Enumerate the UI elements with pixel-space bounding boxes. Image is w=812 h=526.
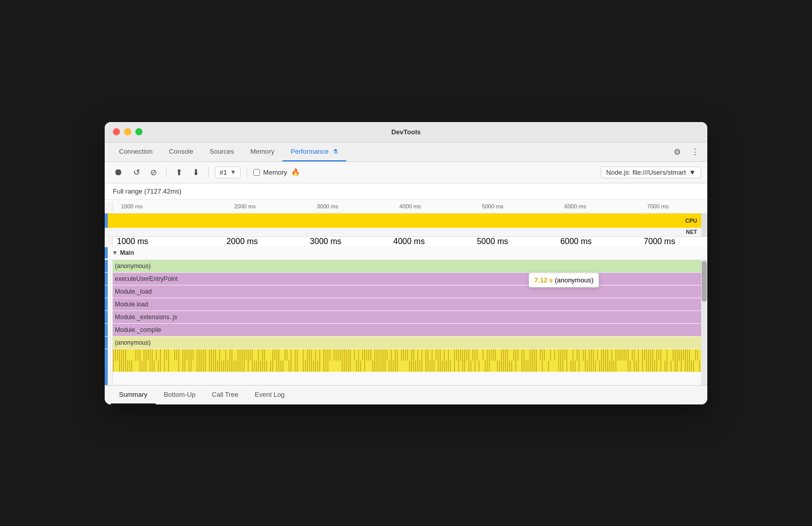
svg-rect-346 <box>536 361 537 372</box>
minimize-button[interactable] <box>124 128 131 135</box>
reload-button[interactable]: ↺ <box>130 165 143 179</box>
svg-rect-19 <box>166 349 167 361</box>
flame-row-module-ext: Module._extensions..js <box>105 311 707 324</box>
net-bar: NET <box>108 228 701 237</box>
svg-rect-97 <box>395 349 396 361</box>
upload-button[interactable]: ⬆ <box>173 165 185 179</box>
svg-rect-131 <box>495 349 496 361</box>
svg-rect-275 <box>319 361 320 372</box>
tooltip-time: 7.12 s <box>534 276 553 284</box>
tab-memory[interactable]: Memory <box>242 142 282 161</box>
svg-rect-368 <box>609 361 610 372</box>
toolbar: ⏺ ↺ ⊘ ⬆ ⬇ #1 ▼ Memory 🔥 Node.js: file://… <box>105 162 707 183</box>
svg-rect-10 <box>139 349 140 361</box>
svg-rect-234 <box>217 361 218 372</box>
cpu-bar: CPU <box>108 213 701 228</box>
row-content: Module._compile <box>113 324 701 336</box>
svg-rect-318 <box>450 361 451 372</box>
svg-rect-90 <box>376 349 377 361</box>
tab-event-log[interactable]: Event Log <box>247 386 293 404</box>
svg-rect-60 <box>291 349 292 361</box>
svg-rect-387 <box>671 361 672 372</box>
svg-rect-185 <box>656 349 657 361</box>
svg-rect-173 <box>624 349 625 361</box>
svg-rect-252 <box>258 361 259 372</box>
settings-button[interactable]: ⚙ <box>672 145 683 159</box>
flame-row-anonymous2: (anonymous) <box>105 337 707 349</box>
tab-bottom-up[interactable]: Bottom-Up <box>156 386 204 404</box>
svg-rect-317 <box>448 361 449 372</box>
svg-rect-23 <box>178 349 179 361</box>
more-button[interactable]: ⋮ <box>689 145 701 159</box>
svg-rect-349 <box>558 361 559 372</box>
svg-rect-208 <box>131 361 132 372</box>
empty-content <box>113 372 701 385</box>
memory-checkbox[interactable] <box>253 169 260 176</box>
scrollbar[interactable] <box>701 260 707 385</box>
tab-sources[interactable]: Sources <box>201 142 242 161</box>
svg-rect-286 <box>360 361 361 372</box>
svg-rect-59 <box>286 349 288 361</box>
svg-rect-180 <box>644 349 645 361</box>
svg-rect-138 <box>517 349 518 361</box>
svg-rect-140 <box>523 349 524 361</box>
close-button[interactable] <box>113 128 120 135</box>
svg-rect-377 <box>642 361 643 372</box>
svg-rect-95 <box>387 349 388 361</box>
svg-rect-348 <box>548 361 549 372</box>
tab-performance[interactable]: Performance ⚗ <box>282 142 346 161</box>
tab-summary[interactable]: Summary <box>111 386 156 404</box>
row-spacer <box>108 298 113 310</box>
row-spacer <box>108 311 113 323</box>
svg-rect-142 <box>532 349 533 361</box>
maximize-button[interactable] <box>135 128 142 135</box>
svg-rect-230 <box>209 361 210 372</box>
svg-rect-174 <box>626 349 627 361</box>
svg-rect-5 <box>121 349 122 361</box>
ruler2-label-4: 4000 ms <box>367 237 450 246</box>
svg-rect-203 <box>121 361 122 372</box>
svg-rect-58 <box>284 349 285 361</box>
svg-rect-44 <box>240 349 241 361</box>
svg-rect-77 <box>342 349 343 361</box>
svg-rect-359 <box>589 361 590 372</box>
memory-checkbox-label[interactable]: Memory <box>253 169 287 176</box>
svg-rect-321 <box>462 361 463 372</box>
svg-rect-291 <box>378 361 379 372</box>
svg-rect-175 <box>628 349 629 361</box>
svg-rect-269 <box>307 361 308 372</box>
svg-rect-319 <box>454 361 455 372</box>
ruler-label-2: 2000 ms <box>204 203 286 209</box>
svg-rect-301 <box>411 361 412 372</box>
ruler2-label-1: 1000 ms <box>117 237 200 246</box>
svg-rect-155 <box>572 349 574 361</box>
svg-rect-54 <box>272 349 273 361</box>
svg-rect-132 <box>501 349 502 361</box>
session-selector[interactable]: #1 ▼ <box>215 166 241 178</box>
svg-rect-392 <box>687 361 688 372</box>
svg-rect-8 <box>135 349 136 361</box>
record-button[interactable]: ⏺ <box>111 165 126 180</box>
scrollbar-thumb[interactable] <box>702 261 707 302</box>
svg-rect-352 <box>566 361 567 372</box>
clear-button[interactable]: ⊘ <box>147 165 160 179</box>
svg-rect-202 <box>119 361 120 372</box>
ruler-label-4: 4000 ms <box>369 203 451 209</box>
tab-connection[interactable]: Connection <box>111 142 161 161</box>
svg-rect-27 <box>188 349 189 361</box>
range-header: Full range (7127.42ms) <box>105 183 707 200</box>
download-button[interactable]: ⬇ <box>189 165 202 179</box>
svg-rect-363 <box>599 361 600 372</box>
svg-rect-393 <box>689 361 690 372</box>
svg-rect-156 <box>577 349 578 361</box>
svg-rect-206 <box>127 361 128 372</box>
svg-rect-69 <box>323 349 324 361</box>
svg-rect-324 <box>470 361 471 372</box>
node-selector[interactable]: Node.js: file:///Users/stmart ▼ <box>601 166 701 178</box>
svg-rect-267 <box>303 361 304 372</box>
tab-call-tree[interactable]: Call Tree <box>204 386 247 404</box>
tab-console[interactable]: Console <box>161 142 202 161</box>
svg-rect-28 <box>190 349 192 361</box>
svg-rect-25 <box>184 349 185 361</box>
svg-rect-161 <box>591 349 592 361</box>
